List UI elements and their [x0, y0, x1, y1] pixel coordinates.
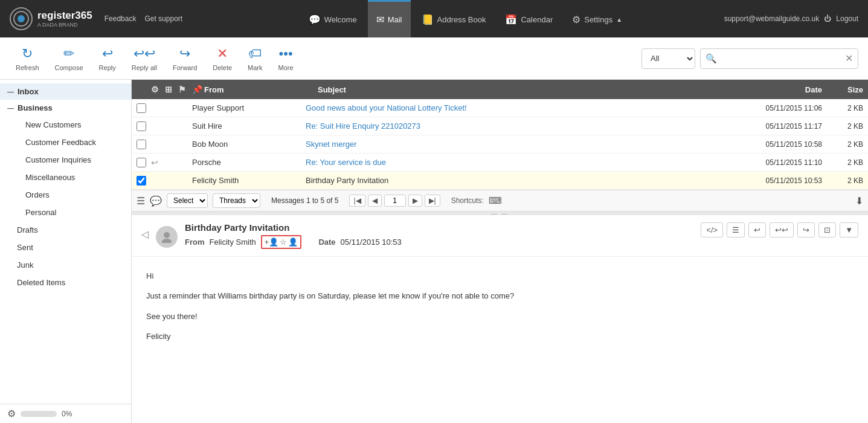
email-date-5: 05/11/2015 10:53	[725, 176, 822, 185]
power-icon: ⏻	[824, 15, 831, 23]
welcome-icon: 💬	[309, 14, 321, 25]
threads-dropdown[interactable]: Threads	[213, 193, 260, 208]
header-pin-icon[interactable]: 📌	[192, 85, 202, 94]
email-size-1: 2 KB	[827, 104, 863, 112]
sidebar-item-new-customers[interactable]: New Customers	[0, 116, 131, 134]
progress-label: 0%	[62, 410, 72, 418]
preview-delete-btn[interactable]: ⊡	[818, 222, 836, 237]
preview-collapse-icon[interactable]: ◁	[141, 228, 149, 240]
email-row[interactable]: Felicity Smith Birthday Party Invitation…	[132, 172, 868, 190]
preview-down-btn[interactable]: ▼	[840, 222, 858, 237]
profile-icon[interactable]: 👤	[288, 237, 298, 247]
add-contact-icon[interactable]: +👤	[265, 237, 279, 247]
tab-calendar-label: Calendar	[521, 15, 553, 24]
sidebar-item-miscellaneous[interactable]: Miscellaneous	[0, 169, 131, 186]
main-layout: — Inbox — Business New Customers Custome…	[0, 80, 868, 423]
more-button[interactable]: ••• More	[272, 42, 300, 75]
search-icon: 🔍	[706, 53, 717, 64]
preview-from-name: Felicity Smith	[210, 237, 256, 247]
pagination-controls: |◀ ◀ ▶ ▶|	[349, 195, 440, 207]
reply-button[interactable]: ↩ Reply	[93, 42, 122, 75]
svg-point-3	[162, 239, 172, 243]
email-preview: ◁ Birthday Party Invitation From Felicit…	[132, 215, 868, 423]
shortcuts-label: Shortcuts:	[451, 196, 484, 205]
sidebar-item-personal[interactable]: Personal	[0, 204, 131, 221]
email-row[interactable]: Suit Hire Re: Suit Hire Enquiry 22102027…	[132, 117, 868, 135]
email-row[interactable]: Player Support Good news about your Nati…	[132, 99, 868, 117]
star-contact-icon[interactable]: ☆	[280, 237, 287, 247]
page-prev-button[interactable]: ◀	[368, 195, 382, 207]
search-box: 🔍 ✕	[700, 48, 858, 69]
email-row[interactable]: ↩ Porsche Re: Your service is due 05/11/…	[132, 153, 868, 172]
tab-settings[interactable]: ⚙ Settings ▲	[564, 0, 631, 37]
sidebar-item-drafts[interactable]: Drafts	[0, 221, 131, 239]
preview-source-btn[interactable]: </>	[701, 222, 723, 237]
search-clear-icon[interactable]: ✕	[845, 53, 853, 64]
select-dropdown[interactable]: Select	[167, 193, 208, 208]
sidebar-item-business[interactable]: — Business	[0, 100, 131, 116]
gear-icon[interactable]: ⚙	[7, 408, 16, 419]
comment-icon[interactable]: 💬	[150, 195, 162, 207]
page-first-button[interactable]: |◀	[349, 195, 365, 207]
mark-button[interactable]: 🏷 Mark	[242, 42, 268, 75]
sidebar-personal-label: Personal	[25, 208, 56, 217]
delete-button[interactable]: ✕ Delete	[207, 42, 238, 75]
svg-point-2	[164, 232, 170, 238]
sidebar-item-customer-inquiries[interactable]: Customer Inquiries	[0, 151, 131, 169]
down-arrow-icon[interactable]: ⬇	[855, 196, 863, 206]
email-checkbox-5[interactable]	[137, 176, 146, 186]
email-subject-5: Birthday Party Invitation	[306, 176, 721, 185]
email-checkbox-1[interactable]	[137, 103, 146, 113]
sidebar-item-sent[interactable]: Sent	[0, 239, 131, 256]
collapse-icon-business: —	[7, 105, 14, 112]
refresh-button[interactable]: ↻ Refresh	[10, 42, 45, 75]
tab-calendar[interactable]: 📅 Calendar	[497, 0, 561, 37]
feedback-link[interactable]: Feedback	[104, 15, 137, 23]
tab-address-book[interactable]: 📒 Address Book	[413, 0, 495, 37]
sidebar-item-customer-feedback[interactable]: Customer Feedback	[0, 134, 131, 151]
sidebar-item-junk[interactable]: Junk	[0, 256, 131, 274]
email-checkbox-2[interactable]	[137, 121, 146, 131]
email-date-3: 05/11/2015 10:58	[725, 140, 822, 149]
more-label: More	[278, 64, 294, 71]
preview-forward-btn[interactable]: ↪	[797, 222, 815, 237]
tab-mail[interactable]: ✉ Mail	[368, 0, 411, 37]
list-icon[interactable]: ☰	[137, 195, 145, 207]
search-input[interactable]	[721, 54, 841, 63]
sidebar-item-inbox[interactable]: — Inbox	[0, 83, 131, 100]
header-flag-icon[interactable]: ⚑	[178, 85, 186, 94]
filter-select[interactable]: All Unread Flagged	[641, 48, 695, 69]
email-from-2: Suit Hire	[192, 121, 301, 131]
mark-label: Mark	[248, 64, 262, 71]
header-gear-icon[interactable]: ⚙	[151, 85, 159, 94]
email-checkbox-4[interactable]	[137, 158, 146, 167]
preview-date-label: Date	[318, 237, 335, 247]
page-next-button[interactable]: ▶	[408, 195, 422, 207]
msg-toolbar-right: ⬇	[855, 195, 863, 207]
logout-link[interactable]: Logout	[836, 15, 858, 23]
header-tag-icon[interactable]: ⊞	[165, 85, 172, 94]
message-toolbar: ☰ 💬 Select Threads Messages 1 to 5 of 5 …	[132, 190, 868, 212]
nav-tabs: 💬 Welcome ✉ Mail 📒 Address Book 📅 Calend…	[300, 0, 631, 37]
delete-label: Delete	[213, 64, 232, 71]
preview-list-btn[interactable]: ☰	[727, 222, 745, 237]
page-input[interactable]	[384, 195, 406, 207]
compose-button[interactable]: ✏ Compose	[49, 42, 89, 75]
page-last-button[interactable]: ▶|	[425, 195, 440, 207]
preview-reply-all-btn[interactable]: ↩↩	[770, 222, 794, 237]
email-checkbox-3[interactable]	[137, 140, 146, 149]
keyboard-icon[interactable]: ⌨	[489, 195, 502, 206]
reply-all-button[interactable]: ↩↩ Reply all	[126, 42, 163, 75]
col-subject-header: Subject	[318, 85, 721, 94]
avatar-icon	[161, 231, 173, 243]
sidebar-item-deleted-items[interactable]: Deleted Items	[0, 274, 131, 291]
email-row[interactable]: Bob Moon Skynet merger 05/11/2015 10:58 …	[132, 135, 868, 153]
sidebar-item-orders[interactable]: Orders	[0, 186, 131, 204]
preview-reply-btn[interactable]: ↩	[748, 222, 766, 237]
get-support-link[interactable]: Get support	[144, 15, 182, 23]
tab-welcome[interactable]: 💬 Welcome	[300, 0, 365, 37]
forward-button[interactable]: ↪ Forward	[167, 42, 203, 75]
email-size-3: 2 KB	[827, 140, 863, 149]
top-links: Feedback Get support	[104, 15, 182, 23]
preview-subject: Birthday Party Invitation	[185, 222, 693, 233]
